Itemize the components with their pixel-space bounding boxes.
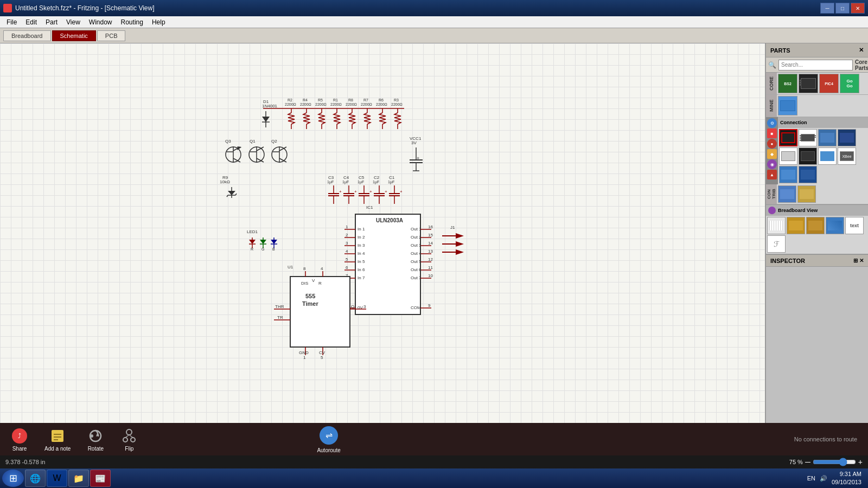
breadboard-icon	[768, 207, 776, 214]
svg-line-63	[235, 194, 237, 195]
share-button[interactable]: ⤴ Share	[11, 427, 28, 452]
connection-parts-grid: XBee	[778, 128, 868, 184]
svg-text:R7: R7	[363, 98, 368, 102]
add-note-button[interactable]: Add a note	[44, 427, 71, 452]
svg-text:R: R	[318, 281, 322, 286]
inspector-controls[interactable]: ⊞ ✕	[853, 258, 864, 264]
svg-text:ULN2003A: ULN2003A	[376, 217, 403, 223]
flip-button[interactable]: Flip	[120, 427, 138, 452]
connection-label: Connection	[778, 117, 868, 128]
red2-icon[interactable]: ▲	[767, 170, 777, 179]
part-pic4[interactable]: PIC4	[819, 74, 839, 93]
svg-text:TR: TR	[277, 315, 283, 320]
svg-text:C1: C1	[389, 175, 395, 180]
part-mine1[interactable]	[778, 96, 797, 115]
part-conn6[interactable]	[799, 147, 817, 165]
connection-section: Connection	[778, 117, 868, 184]
part-gogo[interactable]: GoGo	[840, 74, 859, 93]
part-conn4[interactable]	[838, 129, 856, 146]
svg-text:CV: CV	[319, 350, 326, 355]
parts-header: PARTS ✕	[766, 43, 868, 57]
svg-text:Q2: Q2	[271, 139, 277, 144]
zoom-out-icon[interactable]: ─	[805, 458, 810, 466]
parts-close-icon[interactable]: ✕	[859, 47, 864, 54]
taskbar-app-flipboard[interactable]: 📰	[90, 470, 111, 487]
clock: 9:31 AM 09/10/2013	[832, 470, 861, 487]
part-bb1[interactable]	[767, 217, 786, 234]
part-black1[interactable]	[799, 74, 818, 93]
arduino-icon[interactable]: ⚙	[767, 118, 777, 128]
orange-icon[interactable]: ◆	[767, 149, 777, 159]
tab-breadboard[interactable]: Breadboard	[3, 30, 51, 41]
svg-rect-182	[290, 277, 350, 347]
side-icon-column: ⚙ ■ ● ◆ ◉ ▲	[766, 117, 778, 184]
menu-part[interactable]: Part	[41, 17, 62, 27]
part-conn10[interactable]	[799, 166, 817, 183]
taskbar-app-word[interactable]: W	[47, 470, 67, 487]
part-text[interactable]: text	[845, 217, 864, 234]
svg-text:DIS: DIS	[301, 281, 308, 286]
red-icon[interactable]: ■	[767, 129, 777, 138]
part-conn9[interactable]	[779, 166, 797, 183]
svg-text:2200Ω: 2200Ω	[346, 102, 357, 106]
part-bb2[interactable]	[787, 217, 805, 234]
svg-marker-114	[260, 240, 266, 244]
menu-routing[interactable]: Routing	[117, 17, 148, 27]
part-contrib2[interactable]	[797, 185, 816, 203]
minimize-button[interactable]: ─	[820, 3, 834, 14]
parts-title: PARTS	[770, 47, 790, 54]
part-f[interactable]: ℱ	[767, 235, 786, 253]
part-bb4[interactable]	[826, 217, 844, 234]
svg-text:B: B	[272, 247, 275, 251]
menu-edit[interactable]: Edit	[21, 17, 41, 27]
menu-file[interactable]: File	[2, 17, 21, 27]
taskbar: ⊞ 🌐 W 📁 📰 EN 🔊 9:31 AM 09/10/2013	[0, 468, 868, 488]
rotate-label: Rotate	[88, 446, 104, 452]
part-conn3[interactable]	[818, 129, 837, 146]
menubar: File Edit Part View Window Routing Help	[0, 16, 868, 28]
menu-view[interactable]: View	[62, 17, 85, 27]
rotate-button[interactable]: Rotate	[87, 427, 104, 452]
menu-help[interactable]: Help	[148, 17, 170, 27]
window-title: Untitled Sketch.fzz* - Fritzing - [Schem…	[15, 4, 155, 12]
volume-icon[interactable]: 🔊	[820, 475, 827, 482]
part-conn7[interactable]	[818, 147, 837, 165]
start-button[interactable]: ⊞	[2, 470, 24, 487]
part-conn5[interactable]	[779, 147, 797, 165]
parts-search-input[interactable]	[778, 60, 853, 70]
part-bb3[interactable]	[806, 217, 825, 234]
part-conn-selected[interactable]	[779, 129, 797, 146]
svg-text:0V: 0V	[358, 305, 363, 310]
svg-text:In 2: In 2	[358, 235, 365, 240]
svg-text:C4: C4	[343, 175, 349, 180]
svg-text:R4: R4	[303, 98, 308, 102]
part-contrib1[interactable]	[778, 185, 796, 203]
zoom-level: 75 %	[789, 459, 803, 465]
part-bs2[interactable]: BS2	[778, 74, 797, 93]
part-conn2[interactable]	[799, 129, 817, 146]
svg-text:1μF: 1μF	[327, 180, 334, 184]
taskbar-app-browser[interactable]: 🌐	[25, 470, 46, 487]
zoom-in-icon[interactable]: +	[858, 458, 863, 466]
autoroute-button[interactable]: ⇌ Autoroute	[317, 426, 340, 453]
svg-point-213	[90, 434, 93, 438]
part-xbee[interactable]: XBee	[838, 147, 856, 165]
svg-text:3: 3	[346, 241, 348, 246]
svg-text:6: 6	[346, 265, 348, 270]
purple-icon[interactable]: ◉	[767, 159, 777, 169]
close-button[interactable]: ✕	[851, 3, 865, 14]
svg-text:13: 13	[428, 249, 433, 254]
maximize-button[interactable]: □	[835, 3, 850, 14]
dark-red-icon[interactable]: ●	[767, 139, 777, 149]
svg-text:2: 2	[346, 233, 348, 237]
zoom-slider[interactable]	[813, 459, 856, 465]
svg-text:2200Ω: 2200Ω	[330, 102, 342, 106]
menu-window[interactable]: Window	[85, 17, 117, 27]
svg-text:In 5: In 5	[358, 259, 365, 264]
schematic-canvas[interactable]: D1 1N4001 R2 2200Ω R4 2200Ω R5 2200Ω R1 …	[0, 43, 765, 423]
tab-schematic[interactable]: Schematic	[52, 30, 96, 41]
taskbar-app-files[interactable]: 📁	[68, 470, 89, 487]
tab-pcb[interactable]: PCB	[97, 30, 126, 41]
svg-text:11: 11	[428, 265, 433, 270]
svg-text:J1: J1	[450, 225, 455, 230]
